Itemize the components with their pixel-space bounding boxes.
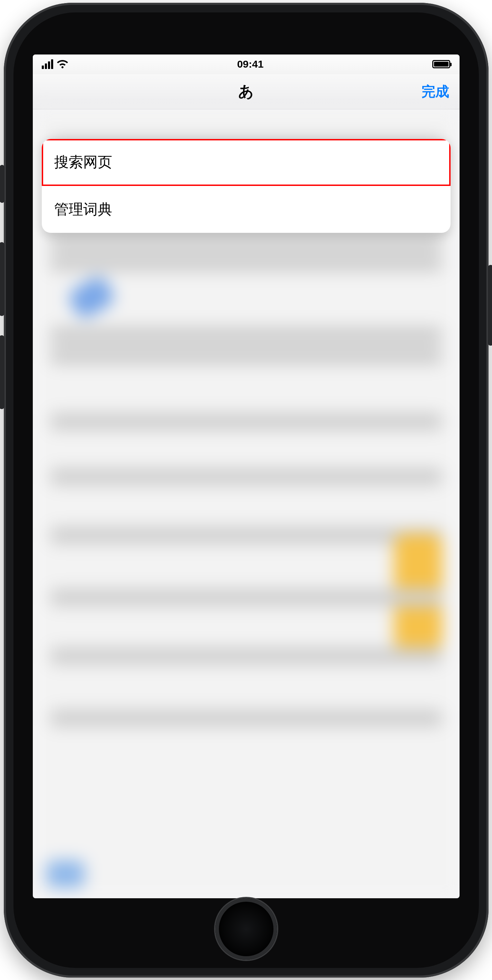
volume-down-button[interactable] [0,335,5,409]
screen-bezel: 09:41 あ 完成 [33,54,460,898]
dictionary-title: あ [238,81,254,102]
cellular-signal-icon [42,59,53,69]
home-button[interactable] [216,898,277,960]
manage-dictionary-label: 管理词典 [54,200,112,219]
power-button[interactable] [488,265,492,346]
volume-up-button[interactable] [0,242,5,316]
search-web-item[interactable]: 搜索网页 [42,139,450,186]
manage-dictionary-item[interactable]: 管理词典 [42,186,450,233]
phone-frame: 09:41 あ 完成 [4,3,489,978]
status-time: 09:41 [237,58,264,70]
wifi-icon [57,60,69,68]
dictionary-nav-bar: あ 完成 [33,74,460,109]
battery-icon [432,60,450,68]
search-web-label: 搜索网页 [54,153,112,172]
screen: 09:41 あ 完成 [33,54,460,898]
dictionary-actions-card: 搜索网页 管理词典 [42,139,450,233]
mute-switch[interactable] [0,165,5,203]
done-button[interactable]: 完成 [254,82,449,101]
status-bar: 09:41 [33,54,460,74]
